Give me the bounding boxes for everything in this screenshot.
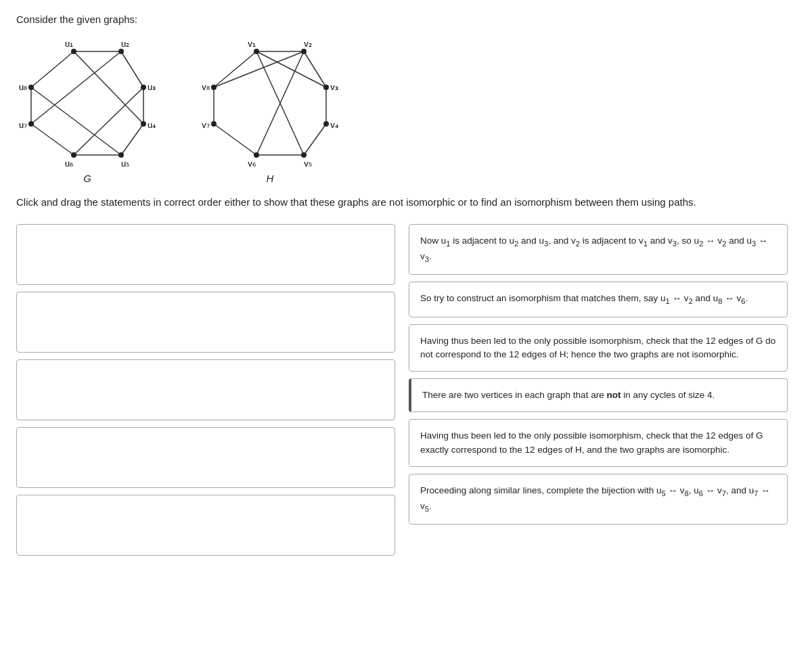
svg-text:u₂: u₂ — [121, 39, 129, 49]
graph-g-svg: u₁ u₂ u₃ u₄ u₅ u₆ u₇ u₈ — [16, 35, 158, 170]
svg-text:v₈: v₈ — [202, 82, 210, 92]
drop-zone-1[interactable] — [16, 224, 395, 285]
svg-point-46 — [211, 121, 217, 127]
svg-point-12 — [71, 49, 76, 54]
svg-line-7 — [31, 51, 74, 87]
svg-line-9 — [31, 51, 121, 124]
svg-text:v₂: v₂ — [304, 39, 312, 49]
right-column: Now u1 is adjacent to u2 and u3, and v2 … — [409, 224, 788, 556]
svg-text:u₃: u₃ — [148, 82, 156, 92]
svg-text:u₆: u₆ — [65, 158, 73, 169]
drop-zone-4[interactable] — [16, 427, 395, 488]
statement-card-4[interactable]: There are two vertices in each graph tha… — [409, 378, 788, 412]
svg-point-13 — [118, 49, 124, 54]
svg-line-33 — [214, 124, 256, 155]
svg-text:v₃: v₃ — [330, 82, 338, 92]
drop-zone-3[interactable] — [16, 359, 395, 420]
svg-text:v₆: v₆ — [248, 158, 256, 169]
graph-h-wrapper: v₁ v₂ v₃ v₄ v₅ v₆ v₇ v₈ H — [199, 35, 341, 184]
graphs-container: u₁ u₂ u₃ u₄ u₅ u₆ u₇ u₈ G — [16, 35, 796, 184]
graph-g-wrapper: u₁ u₂ u₃ u₄ u₅ u₆ u₇ u₈ G — [16, 35, 158, 184]
statement-card-1[interactable]: Now u1 is adjacent to u2 and u3, and v2 … — [409, 224, 788, 275]
svg-text:v₄: v₄ — [330, 120, 338, 130]
svg-point-40 — [254, 49, 259, 54]
svg-point-19 — [28, 85, 34, 90]
svg-point-15 — [141, 121, 146, 127]
statement-card-5[interactable]: Having thus been led to the only possibl… — [409, 419, 788, 467]
svg-line-1 — [121, 51, 143, 87]
statement-card-6[interactable]: Proceeding along similar lines, complete… — [409, 474, 788, 525]
svg-text:v₅: v₅ — [304, 158, 312, 169]
svg-line-10 — [31, 87, 121, 155]
graph-g-label: G — [83, 173, 91, 184]
svg-point-16 — [118, 152, 124, 158]
svg-text:u₇: u₇ — [19, 120, 27, 130]
svg-line-8 — [74, 51, 143, 124]
svg-point-43 — [323, 121, 329, 127]
svg-point-44 — [301, 152, 307, 158]
svg-text:v₁: v₁ — [248, 39, 256, 49]
left-column — [16, 224, 395, 556]
svg-text:u₁: u₁ — [65, 39, 73, 49]
svg-line-35 — [214, 51, 256, 87]
svg-text:u₈: u₈ — [19, 82, 27, 92]
graph-h-svg: v₁ v₂ v₃ v₄ v₅ v₆ v₇ v₈ — [199, 35, 341, 170]
svg-point-42 — [323, 85, 329, 90]
svg-text:u₄: u₄ — [148, 120, 156, 130]
svg-point-41 — [301, 49, 307, 54]
svg-line-3 — [121, 124, 143, 155]
instruction-text: Click and drag the statements in correct… — [16, 196, 794, 208]
svg-point-45 — [254, 152, 259, 158]
svg-point-47 — [211, 85, 217, 90]
svg-text:v₇: v₇ — [202, 120, 210, 130]
statement-card-3[interactable]: Having thus been led to the only possibl… — [409, 324, 788, 372]
drag-area: Now u1 is adjacent to u2 and u3, and v2 … — [16, 224, 796, 556]
drop-zone-2[interactable] — [16, 292, 395, 353]
graph-h-label: H — [267, 173, 274, 184]
svg-line-5 — [31, 124, 74, 155]
drop-zone-5[interactable] — [16, 495, 395, 556]
intro-text: Consider the given graphs: — [16, 14, 796, 25]
statement-card-2[interactable]: So try to construct an isomorphism that … — [409, 282, 788, 317]
svg-line-31 — [304, 124, 326, 155]
svg-point-14 — [141, 85, 146, 90]
svg-line-11 — [74, 87, 143, 155]
svg-point-17 — [71, 152, 76, 158]
svg-text:u₅: u₅ — [121, 158, 129, 169]
svg-point-18 — [28, 121, 34, 127]
